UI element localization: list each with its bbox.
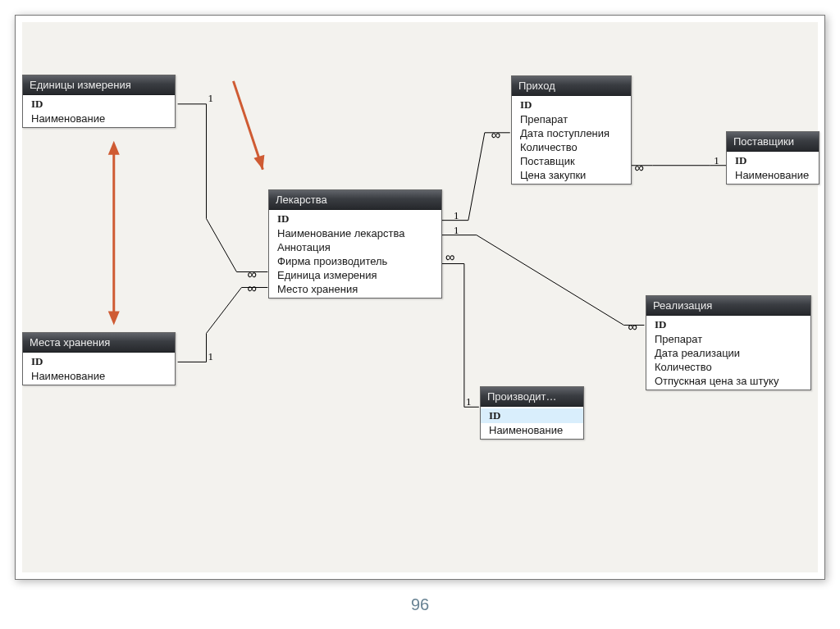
- entity-storage-body: ID Наименование: [23, 353, 175, 385]
- arrow-one-to-many: [233, 81, 264, 170]
- entity-storage-title: Места хранения: [23, 333, 175, 353]
- entity-manuf-title: Производит…: [481, 387, 583, 407]
- field: Наименование лекарства: [269, 226, 441, 240]
- rel-meds-incoming: 1 ∞: [442, 128, 510, 221]
- entity-meds-title: Лекарства: [269, 190, 441, 210]
- svg-marker-4: [108, 311, 120, 325]
- svg-line-0: [233, 81, 262, 170]
- field: Препарат: [512, 112, 631, 126]
- field: Место хранения: [269, 282, 441, 296]
- field-id: ID: [23, 97, 175, 112]
- entity-units: Единицы измерения ID Наименование: [22, 75, 176, 128]
- entity-suppliers-body: ID Наименование: [727, 152, 819, 184]
- rel-meds-sales: 1 ∞: [442, 224, 644, 335]
- field: Отпускная цена за штуку: [646, 374, 810, 388]
- entity-sales-body: ID Препарат Дата реализации Количество О…: [646, 316, 810, 390]
- field: Количество: [646, 360, 810, 374]
- field: Дата поступления: [512, 126, 631, 140]
- entity-manuf: Производит… ID Наименование: [480, 386, 584, 440]
- svg-marker-3: [108, 141, 120, 155]
- field: Препарат: [646, 332, 810, 346]
- rel-storage-meds: 1 ∞: [178, 281, 268, 363]
- field-id: ID: [481, 408, 583, 423]
- field: Цена закупки: [512, 168, 631, 182]
- entity-units-title: Единицы измерения: [23, 75, 175, 95]
- entity-meds-body: ID Наименование лекарства Аннотация Фирм…: [269, 210, 441, 298]
- field: Наименование: [481, 423, 583, 437]
- field: Наименование: [727, 168, 819, 182]
- field: Наименование: [23, 369, 175, 383]
- entity-suppliers: Поставщики ID Наименование: [726, 131, 819, 185]
- svg-text:∞: ∞: [491, 128, 500, 142]
- entity-units-body: ID Наименование: [23, 95, 175, 127]
- svg-text:1: 1: [454, 209, 459, 221]
- rel-meds-manuf: ∞ 1: [442, 250, 479, 408]
- svg-text:1: 1: [714, 154, 719, 166]
- slide: 1 ко многим многие ко многим: [0, 0, 840, 629]
- arrow-many-to-many: [108, 141, 120, 326]
- svg-text:∞: ∞: [247, 267, 256, 281]
- field: Единица измерения: [269, 268, 441, 282]
- entity-storage: Места хранения ID Наименование: [22, 332, 176, 385]
- svg-text:∞: ∞: [628, 320, 637, 334]
- field-id: ID: [646, 317, 810, 332]
- entity-incoming-body: ID Препарат Дата поступления Количество …: [512, 96, 631, 184]
- entity-suppliers-title: Поставщики: [727, 132, 819, 152]
- svg-text:∞: ∞: [634, 161, 643, 175]
- diagram-canvas: 1 ∞ 1 ∞ 1 ∞ 1: [15, 15, 825, 580]
- field: Аннотация: [269, 240, 441, 254]
- field-id: ID: [23, 354, 175, 369]
- field: Поставщик: [512, 154, 631, 168]
- entity-sales: Реализация ID Препарат Дата реализации К…: [646, 295, 811, 390]
- svg-text:∞: ∞: [247, 281, 256, 295]
- page-number: 96: [0, 595, 840, 614]
- er-panel: 1 ∞ 1 ∞ 1 ∞ 1: [22, 22, 818, 572]
- rel-units-meds: 1 ∞: [178, 92, 268, 281]
- field: Количество: [512, 140, 631, 154]
- entity-incoming: Приход ID Препарат Дата поступления Коли…: [511, 75, 632, 185]
- field-id: ID: [727, 153, 819, 168]
- field: Дата реализации: [646, 346, 810, 360]
- svg-text:1: 1: [466, 395, 471, 408]
- entity-incoming-title: Приход: [512, 76, 631, 96]
- svg-text:1: 1: [208, 92, 213, 104]
- entity-sales-title: Реализация: [646, 296, 810, 316]
- svg-text:1: 1: [454, 224, 459, 236]
- rel-incoming-suppliers: ∞ 1: [628, 154, 726, 175]
- field-id: ID: [269, 212, 441, 226]
- entity-meds: Лекарства ID Наименование лекарства Анно…: [268, 189, 442, 299]
- svg-marker-1: [253, 155, 264, 170]
- svg-text:1: 1: [208, 350, 213, 362]
- entity-manuf-body: ID Наименование: [481, 407, 583, 439]
- field: Фирма производитель: [269, 254, 441, 268]
- svg-text:∞: ∞: [445, 250, 454, 264]
- field-id: ID: [512, 98, 631, 112]
- field: Наименование: [23, 112, 175, 125]
